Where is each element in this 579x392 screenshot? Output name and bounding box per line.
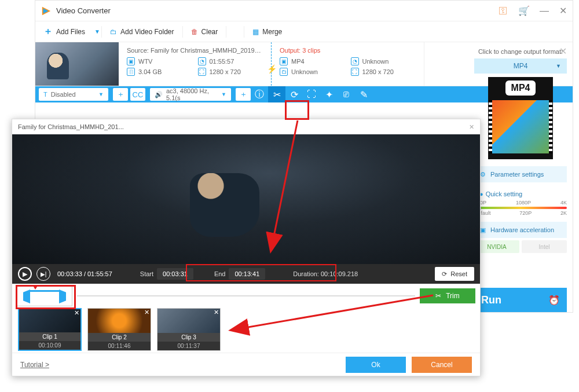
output-side-panel: Click to change output format: MP4 MP4 ⚙… <box>474 48 567 253</box>
nvidia-badge: NVIDIA <box>474 240 519 253</box>
step-button[interactable]: ▶| <box>36 267 50 281</box>
clip-duration: 00:11:37 <box>157 342 220 350</box>
merge-button[interactable]: ▦Merge <box>244 21 290 42</box>
audio-select[interactable]: 🔊ac3, 48000 Hz, 5.1(s▼ <box>150 88 231 101</box>
output-title: Output: 3 clips <box>280 47 416 54</box>
reset-button[interactable]: Reset <box>435 267 474 281</box>
source-thumbnail[interactable] <box>35 42 119 86</box>
tutorial-link[interactable]: Tutorial > <box>20 361 49 369</box>
clip-remove-icon[interactable]: ✕ <box>144 309 149 316</box>
timeline-row: Trim <box>12 284 480 308</box>
effects-icon[interactable]: ✦ <box>320 86 338 102</box>
annotation-box <box>186 264 336 281</box>
clip-duration: 00:10:09 <box>19 341 80 350</box>
size-icon: ⌸ <box>127 68 135 76</box>
clip-name: Clip 3 <box>157 333 220 342</box>
add-audio-button[interactable]: ＋ <box>236 88 251 101</box>
hw-label: Hardware acceleration <box>490 226 554 233</box>
clip-remove-icon[interactable]: ✕ <box>74 309 79 317</box>
trim-window-title: Family for Christmas_HMMHD_201... <box>18 123 124 130</box>
add-files-label: Add Files <box>56 28 85 36</box>
reset-label: Reset <box>450 270 467 277</box>
play-button[interactable]: ▶ <box>18 267 32 281</box>
cc-button[interactable]: CC <box>130 88 145 101</box>
clip-remove-icon[interactable]: ✕ <box>214 309 219 316</box>
trim-button[interactable]: Trim <box>420 288 475 303</box>
quality-slider[interactable]: 480P1080P4K Default720P2K <box>474 200 567 216</box>
app-title: Video Converter <box>56 6 499 15</box>
info-icon[interactable]: ⓘ <box>251 86 268 102</box>
intel-badge: Intel <box>522 240 567 253</box>
clip-item[interactable]: ✕ Clip 2 00:11:46 <box>87 308 151 351</box>
start-label: Start <box>140 270 153 277</box>
tick: 720P <box>519 210 532 216</box>
output-container: MP4 <box>291 58 305 65</box>
output-duration: Unknown <box>362 58 389 65</box>
cart-icon[interactable]: 🛒 <box>518 5 530 16</box>
clip-name: Clip 2 <box>88 333 151 342</box>
tick: 1080P <box>516 200 531 206</box>
video-player: ▶ ▶| 00:03:33 / 01:55:57 Start 00:03:31 … <box>12 134 480 284</box>
titlebar: Video Converter ⚿ 🛒 — ✕ <box>35 1 573 21</box>
tick: 4K <box>560 200 567 206</box>
param-label: Parameter settings <box>490 171 544 178</box>
format-value: MP4 <box>514 62 528 70</box>
audio-value: ac3, 48000 Hz, 5.1(s <box>166 87 211 101</box>
clip-name: Clip 1 <box>19 332 80 341</box>
resolution-icon: ⛶ <box>198 68 206 76</box>
license-key-icon[interactable]: ⚿ <box>499 6 508 16</box>
clock-icon: ◔ <box>198 57 206 65</box>
cut-button[interactable]: ✂ <box>268 86 285 102</box>
clock-icon: ◔ <box>351 57 359 65</box>
output-size: Unknown <box>291 68 318 75</box>
output-info: ⚡ Output: 3 clips ▣MP4 ◔Unknown 🗀Unknown… <box>272 42 424 86</box>
run-button[interactable]: Run ⏰ <box>474 288 567 312</box>
clip-item[interactable]: ✕ Clip 1 00:10:09 <box>18 308 82 351</box>
app-logo-icon <box>41 6 52 16</box>
source-resolution: 1280 x 720 <box>210 68 241 75</box>
divider <box>226 26 226 38</box>
container-icon: ▣ <box>280 57 288 65</box>
resolution-icon: ⛶ <box>351 68 359 76</box>
convert-bolt-icon: ⚡ <box>267 64 277 74</box>
ok-button[interactable]: Ok <box>346 357 406 373</box>
annotation-box <box>285 100 309 120</box>
run-label: Run <box>481 294 548 306</box>
source-title: Source: Family for Christmas_HMMHD_2019_… <box>127 47 263 54</box>
add-files-dropdown[interactable]: ▼ <box>93 28 101 35</box>
folder-icon: 🗀 <box>280 68 288 76</box>
tick: 2K <box>560 210 567 216</box>
subtitle-value: Disabled <box>51 91 76 98</box>
format-select[interactable]: MP4 <box>474 58 567 74</box>
cancel-button[interactable]: Cancel <box>412 357 472 373</box>
add-subtitle-button[interactable]: ＋ <box>113 88 128 101</box>
clips-row: ✕ Clip 1 00:10:09 ✕ Clip 2 00:11:46 ✕ Cl… <box>12 308 480 351</box>
parameter-settings-button[interactable]: ⚙Parameter settings <box>474 166 567 182</box>
merge-label: Merge <box>262 28 282 36</box>
subtitle-select[interactable]: TDisabled▼ <box>39 88 108 101</box>
film-strip-icon <box>492 100 549 153</box>
clip-item[interactable]: ✕ Clip 3 00:11:37 <box>157 308 221 351</box>
playback-position: 00:03:33 / 01:55:57 <box>57 270 112 277</box>
container-icon: ▣ <box>127 57 135 65</box>
clear-button[interactable]: 🗑Clear <box>183 21 226 42</box>
trim-titlebar: Family for Christmas_HMMHD_201... ✕ <box>12 119 480 134</box>
timeline-track[interactable] <box>77 295 415 296</box>
add-files-button[interactable]: ＋Add Files <box>35 21 93 42</box>
main-toolbar: ＋Add Files ▼ 🗀Add Video Folder 🗑Clear ▦M… <box>35 21 573 42</box>
minimize-button[interactable]: — <box>540 7 548 15</box>
format-preview[interactable]: MP4 <box>488 77 553 159</box>
close-button[interactable]: ✕ <box>559 7 567 15</box>
add-folder-label: Add Video Folder <box>120 28 174 36</box>
output-resolution: 1280 x 720 <box>362 68 394 75</box>
schedule-icon[interactable]: ⏰ <box>548 295 560 306</box>
side-title: Click to change output format: <box>474 48 567 55</box>
clip-duration: 00:11:46 <box>88 342 151 350</box>
hardware-accel-button[interactable]: ▣Hardware acceleration <box>474 222 567 238</box>
watermark-icon[interactable]: ⎚ <box>338 86 355 102</box>
add-folder-button[interactable]: 🗀Add Video Folder <box>102 21 182 42</box>
edit-icon[interactable]: ✎ <box>355 86 372 102</box>
quick-setting-label: Quick setting <box>474 190 567 197</box>
video-viewport[interactable] <box>12 134 480 264</box>
trim-close-button[interactable]: ✕ <box>469 123 474 131</box>
